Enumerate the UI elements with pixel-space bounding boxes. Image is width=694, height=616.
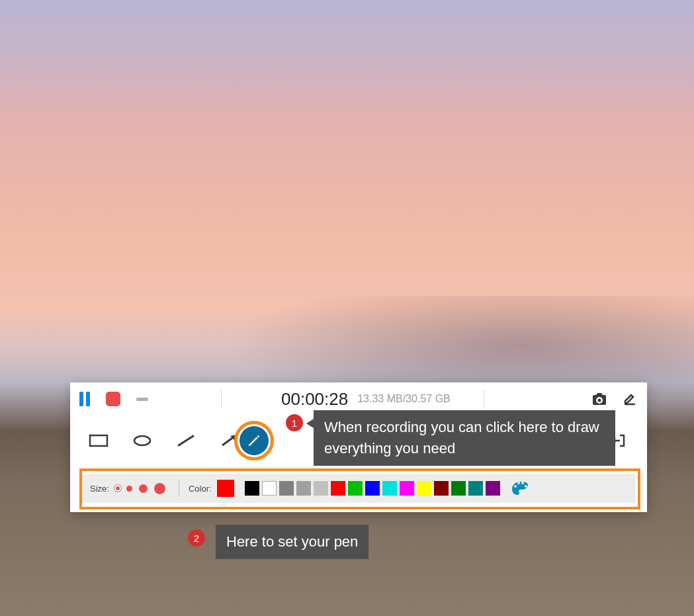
desktop-wallpaper	[0, 0, 694, 616]
svg-rect-0	[90, 435, 107, 446]
size-dot-2[interactable]	[126, 486, 132, 492]
minimize-button[interactable]	[136, 398, 148, 401]
divider	[484, 390, 484, 408]
color-swatch[interactable]	[486, 481, 500, 496]
color-swatch[interactable]	[365, 481, 380, 496]
color-swatch[interactable]	[314, 481, 328, 496]
line-tool[interactable]	[176, 433, 196, 449]
callout-1-arrow	[306, 419, 314, 428]
recording-timer: 00:00:28	[281, 389, 348, 410]
color-swatch-row	[245, 481, 500, 496]
color-swatch[interactable]	[468, 481, 483, 496]
color-swatch[interactable]	[279, 481, 294, 496]
stop-button[interactable]	[106, 392, 120, 406]
pen-tool[interactable]	[239, 426, 269, 455]
color-swatch[interactable]	[417, 481, 431, 496]
ellipse-tool[interactable]	[132, 433, 152, 449]
color-swatch[interactable]	[451, 481, 466, 496]
color-swatch[interactable]	[400, 481, 414, 496]
size-dot-group	[116, 483, 165, 494]
divider	[221, 390, 222, 408]
pen-settings-row: Size: Color:	[70, 466, 647, 512]
color-swatch[interactable]	[245, 481, 259, 496]
color-swatch[interactable]	[348, 481, 363, 496]
color-label: Color:	[189, 484, 212, 494]
rectangle-tool[interactable]	[89, 433, 108, 449]
color-swatch[interactable]	[262, 481, 277, 496]
color-swatch[interactable]	[382, 481, 397, 496]
callout-2-text: Here to set your pen	[216, 525, 369, 559]
current-color-swatch[interactable]	[217, 480, 234, 497]
size-dot-3[interactable]	[139, 484, 148, 493]
screenshot-button[interactable]	[591, 392, 607, 406]
callout-badge-1: 1	[286, 414, 303, 431]
divider	[179, 480, 179, 496]
callout-1-text: When recording you can click here to dra…	[314, 410, 615, 466]
pause-button[interactable]	[79, 392, 90, 406]
edit-button[interactable]	[622, 392, 638, 406]
size-dot-1[interactable]	[116, 486, 120, 490]
svg-point-1	[134, 436, 150, 445]
svg-line-2	[179, 436, 193, 445]
size-dot-4[interactable]	[154, 483, 165, 494]
color-picker-button[interactable]	[511, 480, 529, 496]
callout-badge-2: 2	[188, 529, 205, 547]
color-swatch[interactable]	[331, 481, 345, 496]
color-swatch[interactable]	[296, 481, 311, 496]
file-size-label: 13.33 MB/30.57 GB	[357, 393, 451, 405]
color-swatch[interactable]	[434, 481, 449, 496]
size-label: Size:	[90, 484, 109, 494]
